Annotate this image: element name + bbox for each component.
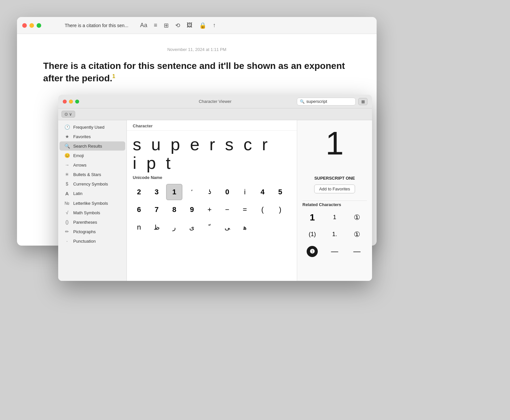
char-cell-arabic5[interactable]: ﻰ — [219, 219, 235, 235]
note-date: November 11, 2024 at 1:11 PM — [43, 47, 350, 52]
collab-icon[interactable]: ⟲ — [175, 22, 180, 29]
arrow-icon: → — [64, 162, 70, 168]
sidebar-item-search-results[interactable]: 🔍 Search Results — [60, 141, 125, 151]
minimize-button[interactable] — [29, 23, 34, 28]
cv-maximize-button[interactable] — [75, 100, 79, 104]
related-char-1dot[interactable]: 1. — [325, 227, 344, 242]
cv-secondary-toolbar: ⊙ ∨ — [58, 108, 372, 120]
share-icon[interactable]: ↑ — [213, 22, 216, 29]
cv-search-box[interactable]: 🔍 ✕ — [297, 98, 356, 105]
char-cell-9[interactable]: 9 — [184, 202, 200, 218]
notes-toolbar: Aa ≡ ⊞ ⟲ 🖼 🔒 ↑ — [140, 22, 216, 29]
lock-icon[interactable]: 🔒 — [199, 22, 206, 29]
char-cell-0[interactable]: 0 — [219, 184, 235, 200]
unicode-name-label: Unicode Name — [127, 175, 297, 181]
sidebar-label-frequently-used: Frequently Used — [73, 125, 104, 130]
char-cell-7[interactable]: 7 — [148, 202, 165, 218]
related-char-small1[interactable]: 1 — [325, 210, 344, 225]
sidebar-label-emoji: Emoji — [73, 153, 84, 158]
note-content[interactable]: There is a citation for this sentence an… — [43, 60, 350, 85]
sidebar-item-arrows[interactable]: → Arrows — [60, 160, 125, 170]
list-icon[interactable]: ≡ — [154, 22, 158, 29]
char-cell-plus[interactable]: + — [201, 202, 218, 218]
actions-button[interactable]: ⊙ ∨ — [61, 111, 75, 118]
sidebar-item-favorites[interactable]: ★ Favorites — [60, 132, 125, 141]
sidebar-item-pictographs[interactable]: ✏ Pictographs — [60, 227, 125, 236]
related-char-black-circle[interactable]: ❶ — [302, 244, 322, 259]
char-cell-4[interactable]: 4 — [254, 184, 271, 200]
sidebar-label-favorites: Favorites — [73, 134, 91, 139]
sidebar-item-frequently-used[interactable]: 🕐 Frequently Used — [60, 122, 125, 132]
char-cell-1[interactable]: 1 — [166, 184, 182, 200]
char-cell-minus[interactable]: − — [219, 202, 235, 218]
char-cell-glottal[interactable]: ʖ — [201, 184, 218, 200]
char-cell-3[interactable]: 3 — [148, 184, 165, 200]
sidebar-item-bullets-stars[interactable]: ✳ Bullets & Stars — [60, 170, 125, 179]
sidebar-label-bullets-stars: Bullets & Stars — [73, 172, 101, 177]
cv-close-button[interactable] — [63, 100, 67, 104]
sidebar-label-pictographs: Pictographs — [73, 229, 96, 234]
char-cell-arabic6[interactable]: ﻫ — [237, 219, 253, 235]
add-to-favorites-button[interactable]: Add to Favorites — [314, 185, 355, 193]
char-cell-8[interactable]: 8 — [166, 202, 182, 218]
sidebar-label-parentheses: Parentheses — [73, 220, 97, 225]
char-cell-5[interactable]: 5 — [272, 184, 288, 200]
sidebar-item-punctuation[interactable]: · Punctuation — [60, 236, 125, 246]
grid-view-button[interactable]: ▦ — [358, 98, 367, 105]
related-char-circled1b[interactable]: ① — [347, 227, 367, 242]
character-header: Character — [127, 120, 297, 131]
char-cell-rparen[interactable]: ) — [272, 202, 288, 218]
search-input[interactable] — [306, 99, 361, 104]
char-cell-i[interactable]: i — [237, 184, 253, 200]
char-cell-prime[interactable]: ʼ — [184, 184, 200, 200]
math-icon: √ — [64, 210, 70, 215]
sidebar-item-parentheses[interactable]: () Parentheses — [60, 218, 125, 227]
notes-titlebar: There is a citation for this sen... Aa ≡… — [17, 17, 377, 34]
sidebar-label-punctuation: Punctuation — [73, 239, 96, 244]
cv-right-panel: 1 SUPERSCRIPT ONE Add to Favorites Relat… — [297, 120, 372, 281]
related-char-emdash1[interactable]: — — [325, 244, 344, 259]
related-char-paren1[interactable]: (1) — [302, 227, 322, 242]
maximize-button[interactable] — [37, 23, 41, 28]
window-title: There is a citation for this sen... — [65, 23, 128, 28]
sidebar-item-letterlike[interactable]: № Letterlike Symbols — [60, 199, 125, 208]
sidebar-item-emoji[interactable]: 😊 Emoji — [60, 151, 125, 160]
cv-main-area: Character s u p e r s c ri p t Unicode N… — [127, 120, 297, 281]
cv-titlebar-right: 🔍 ✕ ▦ — [297, 98, 367, 105]
char-cell-2[interactable]: 2 — [131, 184, 147, 200]
sidebar-item-math[interactable]: √ Math Symbols — [60, 208, 125, 217]
char-cell-arabic3[interactable]: ﯼ — [184, 219, 200, 235]
close-button[interactable] — [22, 23, 27, 28]
character-grid: 2 3 1 ʼ ʖ 0 i 4 5 6 7 8 9 + − = ( ) n ﻅ — [127, 181, 297, 238]
cv-body: 🕐 Frequently Used ★ Favorites 🔍 Search R… — [58, 120, 372, 281]
search-chars-display: s u p e r s c ri p t — [133, 135, 270, 172]
grid-icon: ▦ — [361, 99, 365, 104]
related-char-emdash2[interactable]: — — [347, 244, 367, 259]
separator — [302, 201, 367, 201]
emoji-icon: 😊 — [64, 153, 70, 158]
char-cell-n[interactable]: n — [131, 219, 147, 235]
char-cell-equals[interactable]: = — [237, 202, 253, 218]
char-cell-arabic2[interactable]: ﺭ — [166, 219, 182, 235]
related-char-1[interactable]: 1 — [302, 210, 322, 225]
media-icon[interactable]: 🖼 — [187, 22, 193, 29]
font-icon[interactable]: Aa — [140, 22, 147, 29]
related-characters-label: Related Characters — [302, 202, 341, 207]
table-icon[interactable]: ⊞ — [164, 22, 169, 29]
char-cell-arabic4[interactable]: ﹼ — [201, 219, 218, 235]
char-cell-arabic1[interactable]: ﻅ — [148, 219, 165, 235]
search-results-icon: 🔍 — [64, 143, 70, 149]
pictograph-icon: ✏ — [64, 229, 70, 234]
letterlike-icon: № — [64, 201, 70, 206]
search-text-display: s u p e r s c ri p t — [127, 131, 297, 175]
sidebar-label-math: Math Symbols — [73, 210, 100, 215]
cv-minimize-button[interactable] — [69, 100, 73, 104]
char-cell-lparen[interactable]: ( — [254, 202, 271, 218]
parentheses-icon: () — [64, 219, 70, 225]
selected-char-display: 1 — [326, 127, 344, 172]
related-char-circled1[interactable]: ① — [347, 210, 367, 225]
sidebar-item-latin[interactable]: A Latin — [60, 189, 125, 198]
char-cell-6[interactable]: 6 — [131, 202, 147, 218]
sidebar-item-currency[interactable]: $ Currency Symbols — [60, 179, 125, 188]
cv-titlebar: Character Viewer 🔍 ✕ ▦ — [58, 95, 372, 108]
